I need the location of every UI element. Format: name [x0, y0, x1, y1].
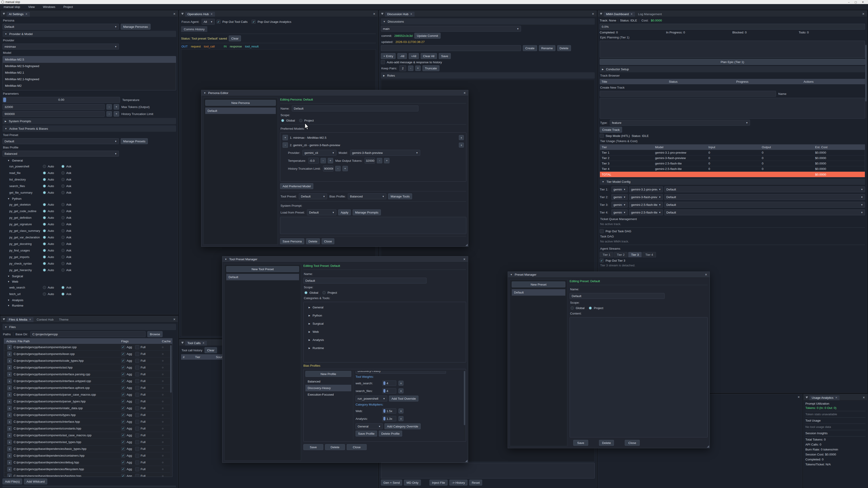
- close-icon[interactable]: ✕: [631, 13, 633, 15]
- resize-grip[interactable]: [465, 244, 468, 246]
- create-discussion-button[interactable]: Create: [523, 45, 537, 51]
- history-limit-input[interactable]: 900000: [2, 111, 105, 117]
- dock-menu-icon[interactable]: [805, 396, 809, 399]
- tool-group-analysis[interactable]: ▼Analysis: [2, 297, 176, 303]
- agg-checkbox[interactable]: ✓: [121, 379, 125, 383]
- remove-file-button[interactable]: x: [7, 372, 12, 377]
- tool-auto-radio[interactable]: Auto: [43, 268, 61, 272]
- profile-discovery-heavy[interactable]: Discovery-Heavy: [305, 385, 351, 391]
- close-icon[interactable]: ✕: [410, 13, 412, 15]
- truncate-button[interactable]: Truncate: [423, 65, 439, 71]
- remove-file-button[interactable]: x: [7, 358, 12, 363]
- remove-file-button[interactable]: x: [7, 352, 12, 357]
- remove-override-button[interactable]: x: [399, 416, 403, 421]
- tool-auto-radio[interactable]: Auto: [43, 292, 61, 296]
- preset-name-input[interactable]: Default: [569, 293, 664, 299]
- stream-tab-tier-2[interactable]: Tier 2: [614, 252, 627, 257]
- close-icon[interactable]: ✕: [705, 273, 707, 276]
- agg-checkbox[interactable]: ✓: [121, 433, 125, 437]
- tab-comms-history[interactable]: Comms History: [181, 26, 207, 32]
- tool-ask-radio[interactable]: Ask: [61, 292, 80, 296]
- save-preset-button[interactable]: Save: [573, 440, 588, 446]
- agg-checkbox[interactable]: ✓: [121, 460, 125, 464]
- files-scrollbar[interactable]: [170, 345, 172, 476]
- tier-provider-dropdown[interactable]: gemini▼: [612, 194, 628, 200]
- tool-ask-radio[interactable]: Ask: [61, 209, 80, 213]
- agg-checkbox[interactable]: ✓: [121, 474, 125, 477]
- full-checkbox[interactable]: [135, 413, 139, 417]
- remove-file-button[interactable]: x: [7, 379, 12, 384]
- dock-menu-icon[interactable]: [599, 12, 603, 15]
- keep-pairs-decrement-button[interactable]: -: [408, 66, 413, 71]
- full-checkbox[interactable]: [135, 372, 139, 377]
- remove-file-button[interactable]: x: [7, 399, 12, 404]
- remove-file-button[interactable]: x: [7, 413, 12, 418]
- composer-button-reset[interactable]: Reset: [469, 480, 482, 486]
- agg-checkbox[interactable]: ✓: [121, 393, 125, 397]
- model2-model-dropdown[interactable]: gemini-3-flash-preview▼: [350, 150, 420, 156]
- full-checkbox[interactable]: [135, 359, 139, 363]
- dock-menu-icon[interactable]: [2, 318, 6, 321]
- panel-close-icon[interactable]: ✕: [173, 12, 176, 15]
- remove-file-button[interactable]: x: [7, 419, 12, 424]
- tool-group-web[interactable]: ▼Web: [2, 279, 176, 284]
- remove-model-2-button[interactable]: x: [459, 142, 464, 148]
- tool-auto-radio[interactable]: Auto: [43, 178, 61, 181]
- remove-file-button[interactable]: x: [7, 440, 12, 445]
- remove-file-button[interactable]: x: [7, 460, 12, 465]
- close-icon[interactable]: ✕: [203, 341, 205, 345]
- load-preset-dropdown[interactable]: Default▼: [307, 209, 336, 215]
- scope-project-radio[interactable]: [322, 291, 326, 294]
- persona-dropdown[interactable]: Default▼: [2, 24, 119, 30]
- scope-global-radio[interactable]: [304, 291, 308, 294]
- remove-file-button[interactable]: x: [7, 365, 12, 370]
- add-category-override-button[interactable]: Add Category Override: [384, 423, 421, 429]
- tab-mma-dashboard[interactable]: MMA Dashboard✕: [604, 12, 635, 17]
- persona-list-item[interactable]: Default: [205, 107, 276, 114]
- tool-auto-radio[interactable]: Auto: [43, 255, 61, 259]
- stream-tab-tier-4[interactable]: Tier 4: [643, 252, 656, 257]
- tool-auto-radio[interactable]: Auto: [43, 209, 61, 213]
- category-python[interactable]: ▶Python: [305, 312, 464, 319]
- tier-preset-dropdown[interactable]: Default▼: [664, 202, 865, 207]
- weight-slider[interactable]: 4: [382, 388, 396, 394]
- delete-persona-button[interactable]: Delete: [306, 238, 320, 244]
- preset-list-item[interactable]: Default: [512, 289, 565, 296]
- max-increment-button[interactable]: +: [384, 158, 390, 163]
- tool-ask-radio[interactable]: Ask: [61, 268, 80, 272]
- tab-usage-analytics[interactable]: Usage Analytics✕: [809, 395, 839, 400]
- tool-ask-radio[interactable]: Ask: [61, 203, 80, 206]
- keep-pairs-increment-button[interactable]: +: [415, 66, 421, 71]
- full-checkbox[interactable]: [135, 352, 139, 356]
- remove-file-button[interactable]: x: [7, 433, 12, 438]
- agg-checkbox[interactable]: ✓: [121, 352, 125, 356]
- delete-discussion-button[interactable]: Delete: [557, 45, 571, 51]
- persona-bias-profile-dropdown[interactable]: Balanced▼: [348, 193, 386, 199]
- manage-prompts-button[interactable]: Manage Prompts: [352, 209, 381, 215]
- model-move-down-button[interactable]: -: [283, 142, 288, 148]
- history-increment-button[interactable]: +: [114, 111, 119, 117]
- tab-operations-hub[interactable]: Operations Hub✕: [185, 12, 215, 17]
- category-runtime[interactable]: ▶Runtime: [305, 345, 464, 351]
- tool-auto-radio[interactable]: Auto: [43, 203, 61, 206]
- add-files-button[interactable]: Add File(s): [2, 479, 22, 484]
- tool-override-dropdown[interactable]: run_powershell▼: [355, 396, 387, 401]
- persona-name-input[interactable]: Default: [292, 105, 418, 111]
- tool-ask-radio[interactable]: Ask: [61, 178, 80, 181]
- tool-ask-radio[interactable]: Ask: [61, 171, 80, 175]
- tool-auto-radio[interactable]: Auto: [43, 171, 61, 175]
- provider-model-section-header[interactable]: ▼Provider & Model: [2, 31, 176, 37]
- tier-model-config-section-header[interactable]: ▼Tier Model Config: [600, 178, 865, 185]
- system-prompts-section-header[interactable]: ▶System Prompts: [2, 118, 176, 124]
- tool-auto-radio[interactable]: Auto: [43, 184, 61, 188]
- resize-grip[interactable]: [707, 445, 709, 448]
- full-checkbox[interactable]: [135, 433, 139, 437]
- remove-file-button[interactable]: x: [7, 474, 12, 477]
- add-wildcard-button[interactable]: Add Wildcard: [24, 479, 47, 484]
- agg-checkbox[interactable]: ✓: [121, 420, 125, 424]
- full-checkbox[interactable]: [135, 447, 139, 451]
- model2-history-input[interactable]: 900000: [323, 166, 333, 171]
- model2-max-tokens-input[interactable]: 32000: [365, 158, 375, 164]
- composer-button-md-only[interactable]: MD Only: [404, 480, 421, 486]
- tool-auto-radio[interactable]: Auto: [43, 262, 61, 265]
